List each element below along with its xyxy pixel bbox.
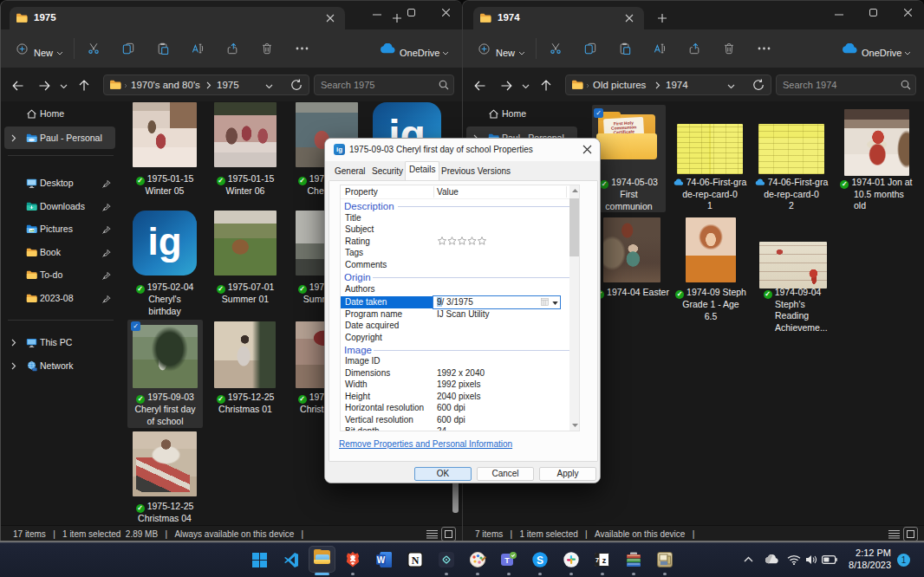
svg-text:W: W	[377, 555, 386, 565]
svg-text:S: S	[537, 554, 543, 567]
svg-text:T: T	[504, 556, 510, 565]
svg-text:z: z	[602, 556, 607, 565]
svg-text:7: 7	[595, 556, 600, 564]
svg-text:N: N	[412, 554, 420, 567]
